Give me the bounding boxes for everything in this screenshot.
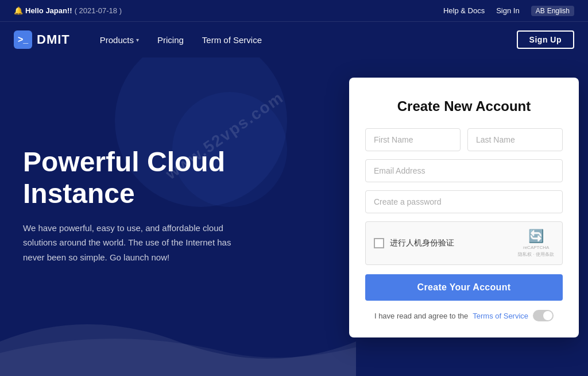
terms-text: I have read and agree to the xyxy=(374,312,468,320)
email-input[interactable] xyxy=(365,159,563,182)
terms-row: I have read and agree to the Terms of Se… xyxy=(365,310,563,321)
nav-tos[interactable]: Term of Service xyxy=(195,30,269,49)
first-name-input[interactable] xyxy=(365,128,461,151)
language-selector[interactable]: AB English xyxy=(531,6,574,16)
announcement-main: Hello Japan!! xyxy=(25,6,72,15)
form-title: Create New Account xyxy=(365,98,563,114)
logo-icon: >_ xyxy=(14,30,32,49)
announcement-bar: 🔔 Hello Japan!! ( 2021-07-18 ) Help & Do… xyxy=(0,0,588,22)
signin-link[interactable]: Sign In xyxy=(496,6,519,15)
toggle-knob xyxy=(543,311,552,320)
password-group xyxy=(365,190,563,213)
name-row xyxy=(365,128,563,151)
announcement-right: Help & Docs Sign In AB English xyxy=(443,6,574,16)
recaptcha-links: 隐私权 · 使用条款 xyxy=(518,251,554,258)
lang-label: English xyxy=(547,7,570,15)
logo[interactable]: >_ DMIT xyxy=(14,30,70,49)
hero-title: Powerful Cloud Instance xyxy=(23,146,307,209)
captcha-checkbox[interactable] xyxy=(374,238,384,248)
recaptcha-branding: 🔄 reCAPTCHA 隐私权 · 使用条款 xyxy=(518,229,554,258)
captcha-left: 进行人机身份验证 xyxy=(374,238,454,248)
create-account-button[interactable]: Create Your Account xyxy=(365,274,563,301)
logo-symbol: >_ xyxy=(18,34,28,45)
terms-toggle[interactable] xyxy=(533,310,554,321)
email-group xyxy=(365,159,563,182)
recaptcha-brand-text: reCAPTCHA xyxy=(523,245,549,250)
lang-flag: AB xyxy=(536,7,545,15)
announcement-date: ( 2021-07-18 ) xyxy=(75,6,122,15)
bell-icon: 🔔 xyxy=(14,6,23,15)
wave-decoration xyxy=(0,307,356,376)
help-docs-link[interactable]: Help & Docs xyxy=(443,6,485,15)
captcha-box[interactable]: 进行人机身份验证 🔄 reCAPTCHA 隐私权 · 使用条款 xyxy=(365,221,563,265)
nav-right: Sign Up xyxy=(517,30,574,49)
terms-of-service-link[interactable]: Terms of Service xyxy=(473,312,528,320)
products-label: Products xyxy=(100,35,134,45)
last-name-input[interactable] xyxy=(467,128,563,151)
logo-name: DMIT xyxy=(37,32,70,47)
registration-form-card: Create New Account 进行人机身份验证 🔄 reCAPTCHA … xyxy=(349,78,579,337)
nav-links: Products ▾ Pricing Term of Service xyxy=(93,30,517,49)
captcha-label: 进行人机身份验证 xyxy=(390,238,454,248)
announcement-text: 🔔 Hello Japan!! ( 2021-07-18 ) xyxy=(14,6,122,15)
nav-products[interactable]: Products ▾ xyxy=(93,30,146,49)
signup-button[interactable]: Sign Up xyxy=(517,30,574,49)
password-input[interactable] xyxy=(365,190,563,213)
navbar: >_ DMIT Products ▾ Pricing Term of Servi… xyxy=(0,22,588,57)
nav-pricing[interactable]: Pricing xyxy=(150,30,191,49)
chevron-down-icon: ▾ xyxy=(136,37,139,43)
recaptcha-icon: 🔄 xyxy=(528,229,544,244)
hero-description: We have powerful, easy to use, and affor… xyxy=(23,221,253,265)
